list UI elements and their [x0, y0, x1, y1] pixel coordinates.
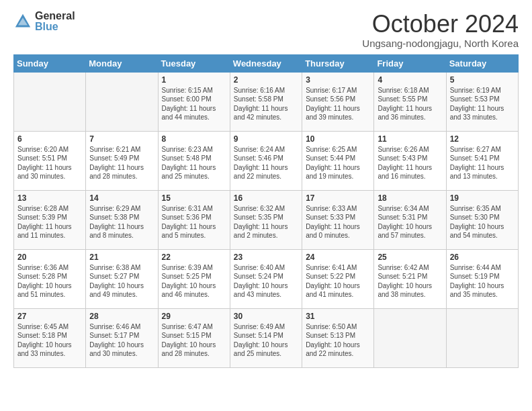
header-row: Sunday Monday Tuesday Wednesday Thursday… — [14, 54, 519, 72]
day-number: 8 — [162, 134, 226, 144]
day-number: 30 — [234, 312, 298, 321]
calendar-cell: 27Sunrise: 6:45 AMSunset: 5:18 PMDayligh… — [14, 308, 86, 367]
calendar-cell: 18Sunrise: 6:34 AMSunset: 5:31 PMDayligh… — [374, 190, 446, 249]
day-number: 15 — [162, 193, 226, 203]
calendar-cell: 2Sunrise: 6:16 AMSunset: 5:58 PMDaylight… — [230, 72, 302, 131]
day-number: 23 — [234, 253, 298, 262]
calendar-cell: 19Sunrise: 6:35 AMSunset: 5:30 PMDayligh… — [446, 190, 518, 249]
day-info: Sunrise: 6:21 AMSunset: 5:49 PMDaylight:… — [89, 145, 154, 181]
day-info: Sunrise: 6:15 AMSunset: 6:00 PMDaylight:… — [162, 86, 226, 122]
calendar-cell: 29Sunrise: 6:47 AMSunset: 5:15 PMDayligh… — [158, 308, 230, 367]
header-sunday: Sunday — [14, 54, 86, 72]
day-number: 5 — [450, 75, 515, 85]
logo-text: General Blue — [35, 11, 75, 32]
header-friday: Friday — [374, 54, 446, 72]
logo-blue-text: Blue — [35, 21, 75, 32]
day-info: Sunrise: 6:44 AMSunset: 5:19 PMDaylight:… — [450, 263, 515, 300]
day-number: 2 — [234, 75, 298, 85]
day-info: Sunrise: 6:17 AMSunset: 5:56 PMDaylight:… — [306, 86, 370, 122]
calendar-cell — [14, 72, 86, 131]
calendar-week-0: 1Sunrise: 6:15 AMSunset: 6:00 PMDaylight… — [14, 72, 519, 131]
logo-general-text: General — [35, 11, 75, 21]
calendar-table: Sunday Monday Tuesday Wednesday Thursday… — [13, 54, 519, 368]
day-info: Sunrise: 6:34 AMSunset: 5:31 PMDaylight:… — [378, 204, 442, 240]
day-info: Sunrise: 6:33 AMSunset: 5:33 PMDaylight:… — [306, 204, 370, 240]
calendar-cell — [446, 308, 518, 367]
day-number: 11 — [378, 134, 442, 144]
day-info: Sunrise: 6:24 AMSunset: 5:46 PMDaylight:… — [234, 145, 298, 181]
day-number: 13 — [17, 193, 82, 203]
day-number: 18 — [378, 193, 442, 203]
day-info: Sunrise: 6:46 AMSunset: 5:17 PMDaylight:… — [89, 322, 154, 359]
day-info: Sunrise: 6:50 AMSunset: 5:13 PMDaylight:… — [306, 322, 370, 359]
logo-icon — [13, 12, 32, 31]
calendar-cell: 1Sunrise: 6:15 AMSunset: 6:00 PMDaylight… — [158, 72, 230, 131]
day-number: 10 — [306, 134, 370, 144]
day-number: 17 — [306, 193, 370, 203]
day-number: 16 — [234, 193, 298, 203]
calendar-cell: 26Sunrise: 6:44 AMSunset: 5:19 PMDayligh… — [446, 249, 518, 308]
header-monday: Monday — [86, 54, 158, 72]
day-number: 3 — [306, 75, 370, 85]
day-number: 14 — [89, 193, 154, 203]
calendar-cell: 22Sunrise: 6:39 AMSunset: 5:25 PMDayligh… — [158, 249, 230, 308]
day-info: Sunrise: 6:38 AMSunset: 5:27 PMDaylight:… — [89, 263, 154, 300]
day-info: Sunrise: 6:35 AMSunset: 5:30 PMDaylight:… — [450, 204, 515, 240]
calendar-cell: 23Sunrise: 6:40 AMSunset: 5:24 PMDayligh… — [230, 249, 302, 308]
calendar-cell: 11Sunrise: 6:26 AMSunset: 5:43 PMDayligh… — [374, 131, 446, 190]
day-number: 1 — [162, 75, 226, 85]
title-section: October 2024 Ungsang-nodongjagu, North K… — [362, 11, 519, 49]
day-number: 26 — [450, 253, 515, 262]
header-tuesday: Tuesday — [158, 54, 230, 72]
calendar-week-1: 6Sunrise: 6:20 AMSunset: 5:51 PMDaylight… — [14, 131, 519, 190]
calendar-cell: 5Sunrise: 6:19 AMSunset: 5:53 PMDaylight… — [446, 72, 518, 131]
calendar-week-2: 13Sunrise: 6:28 AMSunset: 5:39 PMDayligh… — [14, 190, 519, 249]
day-number: 6 — [17, 134, 82, 144]
day-info: Sunrise: 6:32 AMSunset: 5:35 PMDaylight:… — [234, 204, 298, 240]
calendar-cell: 25Sunrise: 6:42 AMSunset: 5:21 PMDayligh… — [374, 249, 446, 308]
calendar-cell: 7Sunrise: 6:21 AMSunset: 5:49 PMDaylight… — [86, 131, 158, 190]
day-number: 12 — [450, 134, 515, 144]
calendar-cell: 12Sunrise: 6:27 AMSunset: 5:41 PMDayligh… — [446, 131, 518, 190]
calendar-cell: 10Sunrise: 6:25 AMSunset: 5:44 PMDayligh… — [302, 131, 374, 190]
subtitle: Ungsang-nodongjagu, North Korea — [362, 38, 519, 49]
calendar-cell: 16Sunrise: 6:32 AMSunset: 5:35 PMDayligh… — [230, 190, 302, 249]
day-info: Sunrise: 6:16 AMSunset: 5:58 PMDaylight:… — [234, 86, 298, 122]
day-info: Sunrise: 6:28 AMSunset: 5:39 PMDaylight:… — [17, 204, 82, 240]
day-info: Sunrise: 6:23 AMSunset: 5:48 PMDaylight:… — [162, 145, 226, 181]
day-info: Sunrise: 6:20 AMSunset: 5:51 PMDaylight:… — [17, 145, 82, 181]
day-info: Sunrise: 6:47 AMSunset: 5:15 PMDaylight:… — [162, 322, 226, 359]
calendar-cell: 9Sunrise: 6:24 AMSunset: 5:46 PMDaylight… — [230, 131, 302, 190]
calendar-cell: 4Sunrise: 6:18 AMSunset: 5:55 PMDaylight… — [374, 72, 446, 131]
header-wednesday: Wednesday — [230, 54, 302, 72]
day-info: Sunrise: 6:19 AMSunset: 5:53 PMDaylight:… — [450, 86, 515, 122]
calendar-cell: 20Sunrise: 6:36 AMSunset: 5:28 PMDayligh… — [14, 249, 86, 308]
day-number: 24 — [306, 253, 370, 262]
calendar-cell: 31Sunrise: 6:50 AMSunset: 5:13 PMDayligh… — [302, 308, 374, 367]
day-info: Sunrise: 6:36 AMSunset: 5:28 PMDaylight:… — [17, 263, 82, 300]
calendar-cell: 24Sunrise: 6:41 AMSunset: 5:22 PMDayligh… — [302, 249, 374, 308]
calendar-cell: 8Sunrise: 6:23 AMSunset: 5:48 PMDaylight… — [158, 131, 230, 190]
calendar-body: 1Sunrise: 6:15 AMSunset: 6:00 PMDaylight… — [14, 72, 519, 367]
day-info: Sunrise: 6:27 AMSunset: 5:41 PMDaylight:… — [450, 145, 515, 181]
calendar-cell: 30Sunrise: 6:49 AMSunset: 5:14 PMDayligh… — [230, 308, 302, 367]
day-number: 22 — [162, 253, 226, 262]
header-thursday: Thursday — [302, 54, 374, 72]
calendar-cell: 13Sunrise: 6:28 AMSunset: 5:39 PMDayligh… — [14, 190, 86, 249]
day-info: Sunrise: 6:18 AMSunset: 5:55 PMDaylight:… — [378, 86, 442, 122]
day-info: Sunrise: 6:26 AMSunset: 5:43 PMDaylight:… — [378, 145, 442, 181]
page: General Blue October 2024 Ungsang-nodong… — [0, 0, 532, 411]
calendar-week-4: 27Sunrise: 6:45 AMSunset: 5:18 PMDayligh… — [14, 308, 519, 367]
calendar-cell: 28Sunrise: 6:46 AMSunset: 5:17 PMDayligh… — [86, 308, 158, 367]
header-saturday: Saturday — [446, 54, 518, 72]
calendar-cell: 17Sunrise: 6:33 AMSunset: 5:33 PMDayligh… — [302, 190, 374, 249]
day-info: Sunrise: 6:45 AMSunset: 5:18 PMDaylight:… — [17, 322, 82, 359]
day-number: 19 — [450, 193, 515, 203]
calendar-cell — [86, 72, 158, 131]
day-info: Sunrise: 6:41 AMSunset: 5:22 PMDaylight:… — [306, 263, 370, 300]
day-number: 27 — [17, 312, 82, 321]
day-number: 9 — [234, 134, 298, 144]
day-number: 29 — [162, 312, 226, 321]
day-number: 20 — [17, 253, 82, 262]
day-info: Sunrise: 6:31 AMSunset: 5:36 PMDaylight:… — [162, 204, 226, 240]
